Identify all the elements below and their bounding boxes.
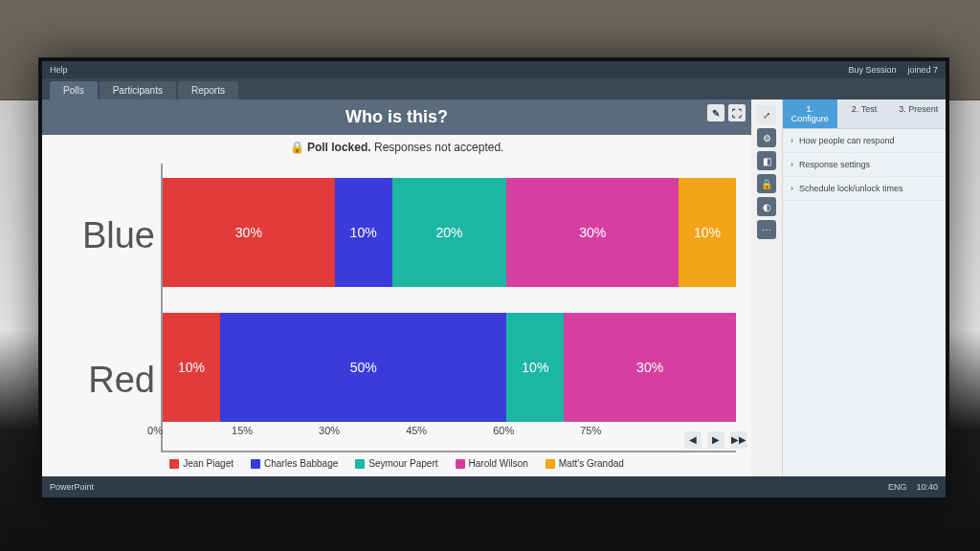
topbar-help[interactable]: Help	[50, 65, 68, 75]
lock-icon: 🔒	[290, 141, 304, 154]
segment: 30%	[564, 313, 736, 422]
side-item-response-settings[interactable]: ›Response settings	[783, 153, 946, 177]
legend-swatch	[355, 459, 365, 469]
tab-participants[interactable]: Participants	[100, 81, 176, 99]
segment: 10%	[163, 313, 220, 422]
category-label-red: Red	[88, 360, 155, 401]
visual-icon[interactable]: ◧	[757, 151, 776, 170]
legend-item: Seymour Papert	[355, 458, 437, 469]
xaxis-tick: 15%	[232, 425, 253, 436]
os-taskbar: PowerPoint ENG 10:40	[42, 476, 946, 497]
hide-icon[interactable]: ◐	[757, 197, 776, 216]
vertical-toolbar: ⤢ ⚙ ◧ 🔒 ◐ ⋯	[751, 99, 782, 476]
taskbar-lang[interactable]: ENG	[888, 482, 907, 492]
main-panel: Who is this? ✎ ⛶ 🔒 Poll locked. Response…	[42, 99, 751, 476]
segment: 20%	[392, 178, 507, 287]
settings-icon[interactable]: ⚙	[757, 128, 776, 147]
sidetab-configure[interactable]: 1. Configure	[783, 99, 837, 128]
lock-label-rest: Responses not accepted.	[374, 141, 503, 154]
topbar-joined: joined 7	[907, 65, 938, 75]
segment: 30%	[163, 178, 335, 287]
side-item-schedule[interactable]: ›Schedule lock/unlock times	[783, 177, 946, 201]
legend-item: Harold Wilson	[456, 458, 528, 469]
bar-row-blue: 30%10%20%30%10%	[163, 178, 736, 287]
projected-screen: Help Buy Session joined 7 Polls Particip…	[38, 57, 949, 501]
tab-reports[interactable]: Reports	[178, 81, 238, 99]
stacked-bars: 30%10%20%30%10%10%50%10%30%	[161, 164, 736, 452]
poll-title-text: Who is this?	[345, 107, 448, 126]
segment: 10%	[335, 178, 392, 287]
taskbar-app[interactable]: PowerPoint	[50, 482, 94, 492]
legend-item: Charles Babbage	[251, 458, 338, 469]
bar-row-red: 10%50%10%30%	[163, 313, 736, 422]
legend-item: Jean Piaget	[169, 458, 234, 469]
xaxis-tick: 0%	[147, 425, 163, 436]
category-label-blue: Blue	[82, 215, 155, 256]
segment: 30%	[506, 178, 679, 287]
poll-lock-status: 🔒 Poll locked. Responses not accepted.	[42, 135, 751, 160]
segment: 10%	[679, 178, 736, 287]
segment: 50%	[220, 313, 507, 422]
tab-polls[interactable]: Polls	[50, 81, 98, 99]
taskbar-clock: 10:40	[916, 482, 938, 492]
edit-button[interactable]: ✎	[707, 104, 724, 121]
side-panel: 1. Configure 2. Test 3. Present ›How peo…	[782, 99, 946, 476]
more-icon[interactable]: ⋯	[757, 220, 776, 239]
chart-xaxis: 0%15%30%45%60%75%	[155, 425, 736, 440]
expand-icon[interactable]: ⤢	[757, 105, 776, 124]
main-tabs: Polls Participants Reports	[42, 78, 946, 99]
chart-area: Blue Red 30%10%20%30%10%10%50%10%30% ◀ ▶…	[42, 160, 751, 452]
chart-legend: Jean PiagetCharles BabbageSeymour Papert…	[42, 452, 751, 476]
legend-item: Matt's Grandad	[546, 458, 624, 469]
segment: 10%	[506, 313, 564, 422]
lock-label-bold: Poll locked.	[307, 141, 371, 154]
legend-swatch	[456, 459, 465, 469]
sidetab-test[interactable]: 2. Test	[837, 99, 892, 128]
xaxis-tick: 75%	[580, 425, 601, 436]
legend-swatch	[251, 459, 260, 469]
side-item-respond[interactable]: ›How people can respond	[783, 129, 946, 153]
legend-swatch	[169, 459, 179, 469]
xaxis-tick: 60%	[493, 425, 514, 436]
xaxis-tick: 30%	[319, 425, 340, 436]
lock-icon-btn[interactable]: 🔒	[757, 174, 776, 193]
poll-title: Who is this? ✎ ⛶	[42, 99, 751, 135]
topbar-buy[interactable]: Buy Session	[848, 65, 896, 75]
fullscreen-button[interactable]: ⛶	[728, 104, 746, 121]
xaxis-tick: 45%	[406, 425, 427, 436]
legend-swatch	[546, 459, 555, 469]
app-topbar: Help Buy Session joined 7	[42, 61, 946, 78]
sidetab-present[interactable]: 3. Present	[891, 99, 946, 128]
